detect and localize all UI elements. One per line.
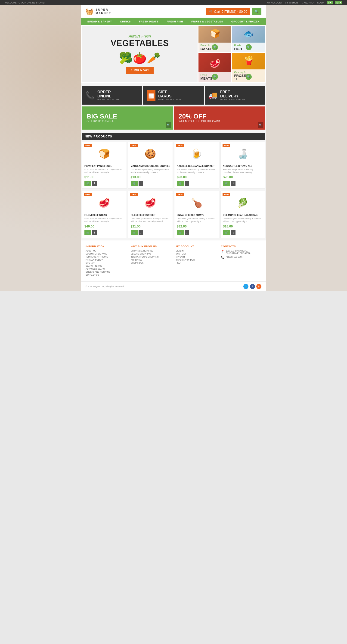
- product-panini-price: $11.00: [84, 175, 124, 179]
- footer-help[interactable]: HELP: [176, 262, 216, 264]
- product-info-button[interactable]: ℹ: [138, 230, 143, 235]
- search-icon: 🔍: [255, 10, 259, 14]
- fish-search-icon[interactable]: 🔍: [246, 44, 252, 50]
- product-cookies: NEW 🍪 MARYLAND CHOCOLATE COOKIES The ide…: [128, 142, 173, 188]
- rss-icon[interactable]: ◎: [256, 284, 262, 289]
- footer-sign-in[interactable]: SIGN IN: [176, 250, 216, 252]
- footer-affiliates[interactable]: AFFILIATES: [131, 259, 171, 261]
- footer-shipping[interactable]: SHIPPING & RETURNS: [131, 250, 171, 252]
- my-account-link[interactable]: MY ACCOUNT: [267, 2, 282, 4]
- product-panini: NEW 🍞 PB WHEAT PANINI ROLL Don't miss yo…: [82, 142, 127, 188]
- product-chicken-actions: 🛒 ℹ: [177, 230, 216, 235]
- product-cookies-image: 🍪: [131, 144, 170, 163]
- add-to-cart-button[interactable]: 🛒: [177, 181, 184, 186]
- footer-privacy[interactable]: PRIVACY POLICY: [86, 259, 126, 261]
- search-button[interactable]: 🔍: [252, 8, 262, 15]
- nav-fresh-fish[interactable]: FRESH FISH: [163, 18, 187, 25]
- nav-fruits-veg[interactable]: FRUITS & VEGETABLES: [187, 18, 227, 25]
- footer-about-us[interactable]: ABOUT US: [86, 250, 126, 252]
- add-to-cart-button[interactable]: 🛒: [131, 230, 138, 235]
- product-info-button[interactable]: ℹ: [231, 230, 236, 235]
- product-info-button[interactable]: ℹ: [138, 181, 143, 186]
- product-info-button[interactable]: ℹ: [92, 181, 97, 186]
- meats-search-icon[interactable]: 🔍: [212, 74, 218, 80]
- add-to-cart-button[interactable]: 🛒: [177, 230, 184, 235]
- hero-main-banner: Always Fresh VEGETABLES 🥦🍅🥕 SHOP NOW!: [82, 26, 198, 82]
- footer-template[interactable]: TEMPLATE ATTRIBUTE: [86, 256, 126, 258]
- products-row-1: NEW 🍞 PB WHEAT PANINI ROLL Don't miss yo…: [82, 142, 265, 188]
- product-info-button[interactable]: ℹ: [184, 230, 189, 235]
- free-delivery-banner[interactable]: 🚚 FREEDELIVERY ON ORDERS OVER $99: [205, 86, 265, 104]
- footer-shop-index[interactable]: SHOP INDEX: [131, 262, 171, 264]
- footer-track-order[interactable]: TRACK MY ORDER: [176, 259, 216, 261]
- add-to-cart-button[interactable]: 🛒: [223, 181, 230, 186]
- footer-secure[interactable]: SECURE SHOPPING: [131, 253, 171, 255]
- product-brown-ale: NEW 🍶 NEWCASTLE BROWN ALE However the pr…: [220, 142, 265, 188]
- logo[interactable]: 🧺 SUPER MARKET: [86, 8, 111, 15]
- footer-advanced-search[interactable]: ADVANCED SEARCH: [86, 268, 126, 270]
- big-sale-banner[interactable]: BIG SALE GET UP TO 25% OFF 🔍: [82, 106, 173, 130]
- shop-now-button[interactable]: SHOP NOW!: [126, 67, 153, 74]
- product-beef-burger-price: $21.50: [131, 224, 170, 228]
- nav-grocery-frozen[interactable]: GROCERY & FROZEN: [227, 18, 264, 25]
- social-icons: 🐦 f ◎: [243, 284, 262, 289]
- discount-banner[interactable]: 20% OFF WHEN YOU USE CREDIT CARD 🔍: [174, 106, 265, 130]
- product-info-button[interactable]: ℹ: [92, 230, 97, 235]
- hero-title: VEGETABLES: [110, 38, 169, 48]
- facebook-icon[interactable]: f: [250, 284, 255, 289]
- footer-my-cart[interactable]: MY CART: [176, 256, 216, 258]
- bakery-search-icon[interactable]: 🔍: [212, 44, 218, 50]
- logo-market: MARKET: [96, 12, 111, 15]
- add-to-cart-button[interactable]: 🛒: [84, 230, 92, 235]
- frozen-search-icon[interactable]: 🔍: [246, 74, 252, 80]
- cart-label: Cart: [214, 10, 220, 14]
- hero-vegetables-display: 🥦🍅🥕: [119, 52, 160, 64]
- login-link[interactable]: LOGIN: [318, 2, 324, 4]
- gift-cards-banner[interactable]: ▦ GIFTCARDS GIVE THE BEST GIFT: [143, 86, 204, 104]
- footer-address: 📍 1801 BARBARA ROAD, GLADSTONE, CRA 4962…: [221, 250, 262, 254]
- footer-search-terms[interactable]: SEARCH TERMS: [86, 265, 126, 267]
- category-bakery[interactable]: 🍞 Bread & BAKERY 🔍: [198, 26, 231, 52]
- category-fish[interactable]: 🐟 Fresh FISH 🔍: [232, 26, 265, 52]
- discount-subtitle: WHEN YOU USE CREDIT CARD: [178, 120, 260, 123]
- add-to-cart-button[interactable]: 🛒: [223, 230, 230, 235]
- nav-fresh-meats[interactable]: FRESH MEATS: [135, 18, 163, 25]
- category-frozen[interactable]: 🍟 Grocery & FROZEN 44 🔍: [232, 53, 265, 82]
- new-products-header: NEW PRODUCTS: [82, 133, 265, 140]
- product-ale-donker-name: KASTEEL BELGIAN ALE DONKER: [177, 165, 216, 168]
- product-salad-actions: 🛒 ℹ: [223, 230, 263, 235]
- product-panini-actions: 🛒 ℹ: [84, 181, 124, 186]
- cart-button[interactable]: 🛒 Cart 0 ITEM(S) - $0.00: [206, 8, 250, 15]
- footer-customer-service[interactable]: CUSTOMER SERVICE: [86, 253, 126, 255]
- footer-orders-returns[interactable]: ORDERS AND RETURNS: [86, 271, 126, 273]
- category-meats[interactable]: 🥩 Fresh MEATS 🔍: [198, 53, 231, 82]
- footer-account: MY ACCOUNT SIGN IN WISH LIST MY CART TRA…: [176, 245, 216, 277]
- add-to-cart-button[interactable]: 🛒: [84, 181, 92, 186]
- my-wishlist-link[interactable]: MY WISHLIST: [285, 2, 300, 4]
- hero-text: Always Fresh VEGETABLES: [110, 34, 169, 48]
- nav-bread-bakery[interactable]: BREAD & BAKERY: [83, 18, 116, 25]
- order-online-banner[interactable]: 📞 ORDERONLINE HOURS: 8AM -11PM: [82, 86, 142, 104]
- add-to-cart-button[interactable]: 🛒: [131, 181, 138, 186]
- footer-sitemap[interactable]: SITE MAP: [86, 262, 126, 264]
- discount-search-icon[interactable]: 🔍: [258, 122, 263, 128]
- product-ale-donker-actions: 🛒 ℹ: [177, 181, 216, 186]
- product-info-button[interactable]: ℹ: [184, 181, 189, 186]
- nav-drinks[interactable]: DRINKS: [116, 18, 135, 25]
- footer-wish-list[interactable]: WISH LIST: [176, 253, 216, 255]
- promo-banners: BIG SALE GET UP TO 25% OFF 🔍 20% OFF WHE…: [81, 106, 266, 130]
- product-chicken: NEW 🍗 ENTAJ CHICKEN (TRAY) Don't miss yo…: [174, 191, 219, 238]
- product-salad-price: $18.00: [223, 224, 263, 228]
- footer-contact-us[interactable]: CONTACT US: [86, 274, 126, 276]
- currency-selector[interactable]: $ ▾: [327, 1, 333, 4]
- twitter-icon[interactable]: 🐦: [243, 284, 248, 289]
- product-beef-burger-name: FILENI BEEF BURGER: [131, 214, 170, 216]
- sale-search-icon[interactable]: 🔍: [166, 122, 171, 128]
- product-ale-donker-image: 🍺: [177, 144, 216, 163]
- footer-international[interactable]: INTERNATIONAL SHOPPING: [131, 256, 171, 258]
- product-ale-donker: NEW 🍺 KASTEEL BELGIAN ALE DONKER The ide…: [174, 142, 219, 188]
- language-selector[interactable]: En ▾: [335, 1, 342, 4]
- checkout-link[interactable]: CHECKOUT: [302, 2, 315, 4]
- product-info-button[interactable]: ℹ: [231, 181, 236, 186]
- product-beef-steak-actions: 🛒 ℹ: [84, 230, 124, 235]
